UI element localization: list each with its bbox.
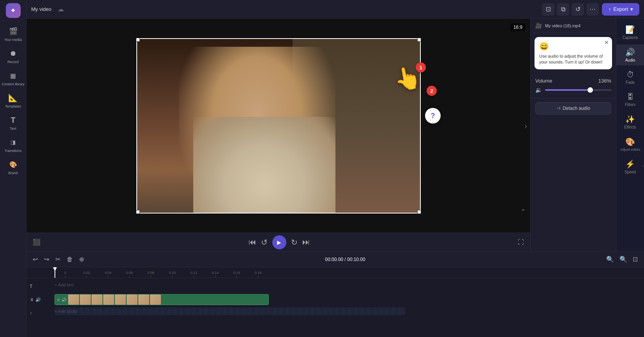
captions-icon: 📝	[625, 25, 635, 34]
volume-row: 🔉	[535, 87, 611, 93]
sidebar-item-text[interactable]: T Text	[0, 111, 26, 134]
tool-speed[interactable]: ⚡ Speed	[616, 156, 644, 177]
resize-handle-bl[interactable]	[136, 210, 140, 214]
redo-timeline-btn[interactable]: ↪	[42, 254, 51, 265]
expand-right-icon[interactable]: ›	[524, 121, 527, 130]
export-chevron-icon: ▾	[630, 6, 633, 12]
fit-btn[interactable]: ⊡	[631, 254, 639, 265]
delete-btn[interactable]: 🗑	[65, 254, 74, 265]
help-button[interactable]: ?	[425, 108, 441, 124]
text-icon: T	[8, 115, 19, 125]
export-button[interactable]: ↑ Export ▾	[602, 3, 639, 16]
timeline-toolbar: ↩ ↪ ✂ 🗑 ⊕ 00:00.00 / 00:10.00 🔍 🔍 ⊡	[26, 252, 644, 267]
sidebar-item-record[interactable]: ⏺ Record	[0, 45, 26, 67]
tool-audio[interactable]: 🔊 Audio	[616, 44, 644, 65]
sidebar-item-content-library[interactable]: ▦ Content library	[0, 67, 26, 89]
volume-mute-icon[interactable]: 🔉	[535, 87, 542, 93]
tool-fade[interactable]: ⏱ Fade	[616, 67, 644, 88]
sidebar-item-your-media[interactable]: 🎬 Your media	[0, 23, 26, 45]
ruler-mark-14: 0:14	[205, 271, 226, 278]
duplicate-btn[interactable]: ⧉	[557, 3, 569, 16]
brand-icon: 🎨	[8, 159, 19, 170]
video-canvas[interactable]	[136, 38, 421, 213]
export-icon: ↑	[608, 6, 611, 12]
ruler-mark-18: 0:18	[247, 271, 269, 278]
ruler-mark-16: 0:16	[226, 271, 247, 278]
ruler-mark-0: 0	[55, 271, 76, 278]
ruler-mark-10: 0:10	[162, 271, 183, 278]
app-logo[interactable]: ✦	[6, 3, 21, 18]
ruler-mark-2: 0:02	[76, 271, 97, 278]
playhead[interactable]	[55, 267, 55, 278]
templates-icon: 📐	[8, 92, 19, 103]
add-text-hint[interactable]: + Add text	[55, 282, 74, 287]
fade-icon: ⏱	[626, 70, 634, 79]
media-icon: 🎬	[8, 26, 19, 37]
playback-left: ⬛	[33, 238, 41, 246]
duplicate-timeline-btn[interactable]: ⊕	[78, 254, 86, 265]
tooltip-close-btn[interactable]: ✕	[604, 39, 609, 46]
sidebar-item-brand[interactable]: 🎨 Brand	[0, 156, 26, 178]
play-button[interactable]: ▶	[272, 235, 286, 249]
timeline-zoom: 🔍 🔍 ⊡	[605, 254, 639, 265]
ruler-mark-12: 0:12	[183, 271, 205, 278]
logo-icon: ✦	[10, 6, 16, 15]
sidebar-item-templates[interactable]: 📐 Templates	[0, 89, 26, 111]
caption-toggle-btn[interactable]: ⬛	[33, 238, 41, 246]
annotation-badge-2: 2	[427, 86, 437, 96]
transitions-icon: ◨	[8, 137, 19, 148]
filename-label: My video (18).mp4	[545, 23, 580, 28]
project-title: My video	[31, 6, 51, 12]
aspect-ratio-badge[interactable]: 16:9	[510, 23, 526, 31]
fullscreen-btn[interactable]: ⛶	[518, 239, 524, 246]
clip-audio-icon: 🔊	[62, 298, 66, 302]
tool-adjust-colors[interactable]: 🎨 Adjust colors	[616, 134, 644, 155]
clip-pause-icon: ⏸	[56, 298, 60, 302]
audio-track-row: ♪ + Add audio	[26, 306, 644, 319]
zoom-in-btn[interactable]: 🔍	[618, 254, 629, 265]
clip-thumb-4	[103, 295, 114, 305]
resize-handle-br[interactable]	[417, 210, 421, 214]
crop-btn[interactable]: ⊡	[542, 3, 554, 16]
undo-timeline-btn[interactable]: ↩	[31, 254, 39, 265]
resize-handle-tl[interactable]	[136, 38, 140, 42]
tool-effects[interactable]: ✨ Effects	[616, 111, 644, 132]
volume-slider[interactable]	[545, 89, 611, 91]
topbar: My video ☁ ⊡ ⧉ ↺ ⋯ ↑ Export ▾	[26, 0, 644, 19]
skip-to-end-btn[interactable]: ⏭	[302, 238, 310, 247]
clip-thumb-1	[68, 295, 79, 305]
more-btn[interactable]: ⋯	[586, 3, 599, 16]
clip-controls: ⏸ 🔊	[55, 298, 68, 302]
content-area: 16:9 › 👆 1 2 ? ⌄	[26, 19, 644, 251]
timeline-tracks: T + Add text ⏸ 🔊 ⏸	[26, 278, 644, 321]
sidebar-collapse[interactable]: ›	[642, 163, 644, 169]
clip-thumb-6	[127, 295, 138, 305]
panel-collapse-btn[interactable]: ⌄	[520, 205, 526, 212]
tools-panel: 📝 Captions 🔊 Audio ⏱ Fade 🎛 Filters ✨	[616, 19, 644, 251]
zoom-out-btn[interactable]: 🔍	[605, 254, 616, 265]
video-clip[interactable]: ⏸ 🔊	[55, 294, 269, 305]
ruler-mark-6: 0:06	[119, 271, 140, 278]
rewind-btn[interactable]: ↺	[261, 238, 268, 247]
tool-captions[interactable]: 📝 Captions	[616, 22, 644, 43]
cut-btn[interactable]: ✂	[54, 254, 62, 265]
skip-to-start-btn[interactable]: ⏮	[249, 238, 256, 247]
volume-thumb[interactable]	[588, 87, 593, 93]
text-track-content: + Add text	[55, 281, 644, 292]
playback-controls: ⏮ ↺ ▶ ↻ ⏭	[41, 235, 518, 249]
speed-icon: ⚡	[625, 159, 635, 169]
text-track-row: T + Add text	[26, 280, 644, 293]
volume-fill	[545, 89, 590, 91]
cloud-save-icon: ☁	[58, 5, 64, 13]
tool-filters[interactable]: 🎛 Filters	[616, 89, 644, 110]
audio-track-content: + Add audio	[55, 307, 644, 318]
forward-btn[interactable]: ↻	[291, 238, 298, 247]
clip-thumb-3	[92, 295, 102, 305]
undo-btn[interactable]: ↺	[572, 3, 584, 16]
detach-audio-button[interactable]: ⊣ Detach audio	[535, 102, 611, 115]
resize-handle-tr[interactable]	[417, 38, 421, 42]
panel-file-row: 🎥 My video (18).mp4	[531, 19, 616, 33]
video-frame	[136, 38, 421, 213]
tooltip-text: Use audio to adjust the volume of your s…	[539, 54, 603, 64]
sidebar-item-transitions[interactable]: ◨ Transitions	[0, 134, 26, 156]
